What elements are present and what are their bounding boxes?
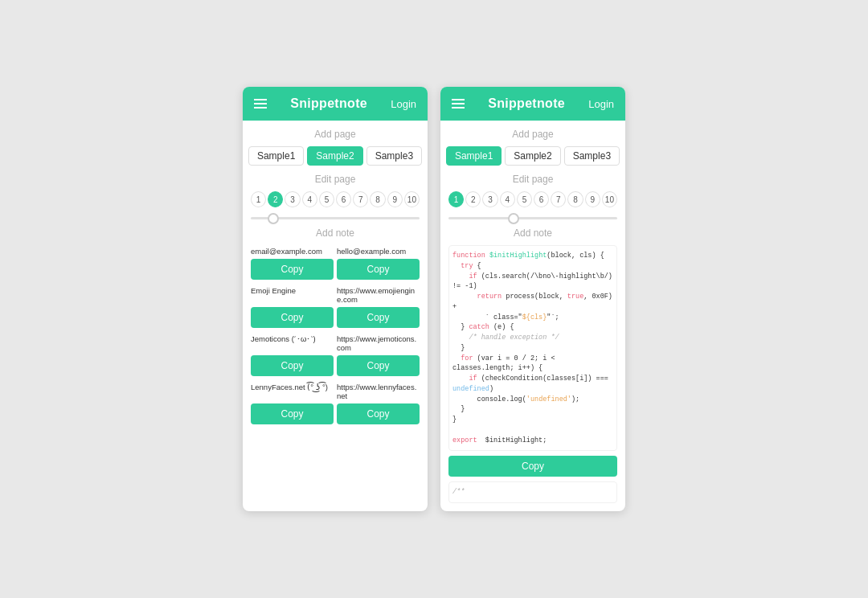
left-copy-row-1: Copy Copy xyxy=(251,259,420,280)
left-copy-btn-3a-cell: Copy xyxy=(251,355,334,376)
left-tab-sample2[interactable]: Sample2 xyxy=(307,146,362,166)
left-note-1-col2: hello@example.com xyxy=(337,245,420,257)
left-copy-row-4: Copy Copy xyxy=(251,403,420,424)
right-login-button[interactable]: Login xyxy=(588,98,614,110)
code-if2: if (checkCondition(classes[i]) === undef… xyxy=(452,375,608,393)
left-note-2-col1: Emoji Engine xyxy=(251,285,334,305)
left-note-3-col1: Jemoticons (´･ω･`) xyxy=(251,333,334,354)
left-slider-thumb[interactable] xyxy=(268,213,279,224)
right-slider[interactable] xyxy=(448,214,617,227)
code-catch-close: } xyxy=(452,344,465,352)
code-if: if (cls.search(/\bno\-highlight\b/) != -… xyxy=(452,272,612,291)
left-page-5[interactable]: 5 xyxy=(319,191,334,207)
left-copy-btn-1b: Copy xyxy=(337,259,420,280)
right-code-footer: /** xyxy=(448,481,617,503)
code-footer-comment: /** xyxy=(452,488,465,496)
right-page-5[interactable]: 5 xyxy=(517,191,532,207)
right-slider-thumb[interactable] xyxy=(508,213,519,224)
left-copy-button-1b[interactable]: Copy xyxy=(337,259,420,280)
left-note-2-col2: https://www.emojiengine.com xyxy=(337,285,420,305)
code-comment-handle: /* handle exception */ xyxy=(452,334,559,342)
code-return: return process(block, true, 0x0F) + xyxy=(452,293,612,311)
left-note-1-col1: email@example.com xyxy=(251,245,334,257)
left-slider[interactable] xyxy=(251,214,420,227)
left-page-7[interactable]: 7 xyxy=(353,191,368,207)
left-note-row-2-values: Emoji Engine https://www.emojiengine.com xyxy=(251,285,420,305)
right-tabs-row: Sample1 Sample2 Sample3 xyxy=(448,146,617,166)
screenshots-container: Snippetnote Login Add page Sample1 Sampl… xyxy=(227,71,641,527)
left-page-9[interactable]: 9 xyxy=(387,191,403,207)
left-copy-btn-3b-cell: Copy xyxy=(337,355,420,376)
right-page-6[interactable]: 6 xyxy=(534,191,549,207)
right-add-page-label: Add page xyxy=(448,129,617,140)
left-copy-button-3a[interactable]: Copy xyxy=(251,355,334,376)
left-edit-page-label: Edit page xyxy=(251,174,420,185)
right-page-4[interactable]: 4 xyxy=(500,191,515,207)
right-page-8[interactable]: 8 xyxy=(567,191,583,207)
right-page-1[interactable]: 1 xyxy=(448,191,464,207)
left-page-2[interactable]: 2 xyxy=(268,191,283,207)
right-page-9[interactable]: 9 xyxy=(585,191,600,207)
right-tab-sample3[interactable]: Sample3 xyxy=(564,146,620,166)
right-page-3[interactable]: 3 xyxy=(482,191,497,207)
left-page-numbers: 1 2 3 4 5 6 7 8 9 10 xyxy=(251,191,420,207)
left-page-6[interactable]: 6 xyxy=(336,191,351,207)
left-tab-sample1[interactable]: Sample1 xyxy=(248,146,304,166)
left-note-row-4-values: LennyFaces.net (͡° ͜ʖ ͡°) https://www.le… xyxy=(251,381,420,402)
right-page-7[interactable]: 7 xyxy=(551,191,566,207)
right-edit-page-label: Edit page xyxy=(448,174,617,185)
left-hamburger-icon[interactable] xyxy=(254,99,267,109)
left-copy-row-2: Copy Copy xyxy=(251,307,420,328)
right-copy-button[interactable]: Copy xyxy=(448,456,617,477)
left-page-10[interactable]: 10 xyxy=(404,191,420,207)
right-page-2[interactable]: 2 xyxy=(465,191,481,207)
right-tab-sample1[interactable]: Sample1 xyxy=(446,146,502,166)
code-console: console.log('undefined'); xyxy=(452,395,579,403)
left-slider-track xyxy=(251,217,420,219)
left-note-row-3-values: Jemoticons (´･ω･`) https://www.jemoticon… xyxy=(251,333,420,354)
right-header: Snippetnote Login xyxy=(440,87,625,121)
left-note-3-col2: https://www.jemoticons.com xyxy=(337,333,420,354)
left-copy-button-1a[interactable]: Copy xyxy=(251,259,334,280)
left-copy-button-4a[interactable]: Copy xyxy=(251,403,334,424)
left-note-4-col1: LennyFaces.net (͡° ͜ʖ ͡°) xyxy=(251,381,334,402)
right-phone-frame: Snippetnote Login Add page Sample1 Sampl… xyxy=(440,87,625,511)
left-copy-btn-2b-cell: Copy xyxy=(337,307,420,328)
right-code-block: function $initHighlight(block, cls) { tr… xyxy=(448,245,617,451)
right-app-title: Snippetnote xyxy=(488,96,565,111)
right-add-note-label: Add note xyxy=(448,227,617,239)
left-copy-button-2b[interactable]: Copy xyxy=(337,307,420,328)
code-try: try { xyxy=(452,262,481,270)
left-copy-btn-2a-cell: Copy xyxy=(251,307,334,328)
code-func-close: } xyxy=(452,416,457,424)
left-tab-sample3[interactable]: Sample3 xyxy=(366,146,422,166)
left-add-note-label: Add note xyxy=(251,227,420,239)
left-copy-button-3b[interactable]: Copy xyxy=(337,355,420,376)
left-page-4[interactable]: 4 xyxy=(302,191,317,207)
code-function-name: $initHighlight xyxy=(489,252,547,260)
left-page-3[interactable]: 3 xyxy=(285,191,300,207)
right-tab-sample2[interactable]: Sample2 xyxy=(505,146,560,166)
left-app-title: Snippetnote xyxy=(290,96,367,111)
left-copy-button-4b[interactable]: Copy xyxy=(337,403,420,424)
left-tabs-row: Sample1 Sample2 Sample3 xyxy=(251,146,420,166)
code-for-close: } xyxy=(452,405,465,413)
left-copy-btn-4b-cell: Copy xyxy=(337,403,420,424)
left-login-button[interactable]: Login xyxy=(391,98,416,110)
left-header: Snippetnote Login xyxy=(243,87,428,121)
code-params: (block, cls) { xyxy=(547,252,604,260)
right-page-numbers: 1 2 3 4 5 6 7 8 9 10 xyxy=(448,191,617,207)
right-page-10[interactable]: 10 xyxy=(602,191,617,207)
right-body: Add page Sample1 Sample2 Sample3 Edit pa… xyxy=(440,121,625,511)
code-class: ` class="${cls}"`; xyxy=(452,313,559,322)
left-page-8[interactable]: 8 xyxy=(370,191,385,207)
code-export-name: $initHighlight; xyxy=(477,436,547,444)
left-body: Add page Sample1 Sample2 Sample3 Edit pa… xyxy=(243,121,428,437)
left-copy-btn-4a-cell: Copy xyxy=(251,403,334,424)
left-page-1[interactable]: 1 xyxy=(251,191,266,207)
left-notes-grid: email@example.com hello@example.com Copy… xyxy=(251,245,420,424)
left-copy-row-3: Copy Copy xyxy=(251,355,420,376)
right-hamburger-icon[interactable] xyxy=(452,99,465,109)
code-for: for xyxy=(452,354,473,362)
left-copy-button-2a[interactable]: Copy xyxy=(251,307,334,328)
